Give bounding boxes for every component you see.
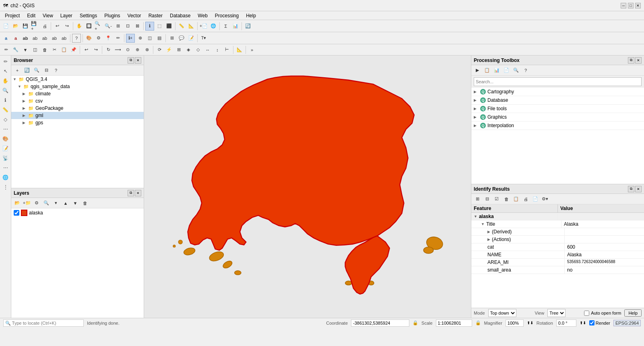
more-side-icon[interactable]: ⋯ bbox=[1, 125, 10, 134]
measure-button[interactable]: 📏 bbox=[177, 22, 186, 31]
rotation-input[interactable] bbox=[556, 319, 576, 327]
vertex-side-icon[interactable]: ◇ bbox=[1, 115, 10, 124]
proc-help-btn[interactable]: ? bbox=[521, 66, 530, 75]
toolbox-cartography[interactable]: ▶ Q Cartography bbox=[471, 88, 644, 96]
tree-item-gml[interactable]: ▶ 📁 gml bbox=[11, 112, 144, 119]
open-project-button[interactable]: 📂 bbox=[11, 22, 20, 31]
derived-expand-arrow[interactable]: ▶ bbox=[487, 230, 490, 234]
magnifier-spinner[interactable]: ⬆⬇ bbox=[527, 321, 533, 325]
select-feature-button[interactable]: ⬚ bbox=[155, 22, 164, 31]
fill-ring-btn[interactable]: ⊗ bbox=[142, 45, 151, 54]
proc-options-btn[interactable]: 📄 bbox=[502, 66, 511, 75]
browser-close-btn[interactable]: ✕ bbox=[135, 57, 141, 64]
redo-edit-btn[interactable]: ↪ bbox=[91, 45, 100, 54]
proc-results-btn[interactable]: 📊 bbox=[492, 66, 501, 75]
menu-view[interactable]: View bbox=[39, 12, 56, 19]
layer-move-down-btn[interactable]: ▼ bbox=[71, 199, 80, 208]
menu-raster[interactable]: Raster bbox=[145, 12, 166, 19]
mode-select[interactable]: Top down bbox=[488, 309, 516, 317]
actions-expand-arrow[interactable]: ▶ bbox=[487, 237, 490, 241]
menu-vector[interactable]: Vector bbox=[124, 12, 144, 19]
identify-settings-btn[interactable]: ⚙▾ bbox=[541, 195, 549, 204]
merge-btn[interactable]: ⊞ bbox=[174, 45, 183, 54]
snapping-btn[interactable]: 🔧 bbox=[11, 45, 20, 54]
ruler-btn[interactable]: 📐 bbox=[235, 45, 244, 54]
field-calc-button[interactable]: Σ bbox=[221, 22, 230, 31]
browser-float-btn[interactable]: ⧉ bbox=[128, 57, 134, 64]
browser-collapse-btn[interactable]: ⊟ bbox=[42, 66, 51, 75]
menu-project[interactable]: Project bbox=[2, 12, 23, 19]
node-tool-btn[interactable]: ◈ bbox=[184, 45, 193, 54]
measure-side-icon[interactable]: 📏 bbox=[1, 105, 10, 114]
maximize-button[interactable]: □ bbox=[628, 3, 634, 8]
identify-title-row[interactable]: ▼ Title Alaska bbox=[471, 220, 644, 228]
identify-collapse-btn[interactable]: ⊟ bbox=[483, 195, 491, 204]
coordinate-input[interactable] bbox=[351, 319, 409, 327]
identify-side-icon[interactable]: ℹ bbox=[1, 96, 10, 105]
title-expand-arrow[interactable]: ▼ bbox=[481, 222, 485, 226]
menu-web[interactable]: Web bbox=[194, 12, 211, 19]
label-btn2[interactable]: a bbox=[11, 34, 20, 43]
browser-add-btn[interactable]: + bbox=[13, 66, 22, 75]
processing-btn[interactable]: ⚙ bbox=[94, 34, 103, 43]
identify-print-btn[interactable]: 🖨 bbox=[521, 195, 530, 204]
layer-open-btn[interactable]: 📂 bbox=[13, 199, 22, 208]
zoom-layer-button[interactable]: ⊡ bbox=[123, 22, 132, 31]
pan-map-button[interactable]: 🔲 bbox=[85, 22, 93, 31]
identify-form-btn[interactable]: 📄 bbox=[531, 195, 540, 204]
select-loc-btn[interactable]: ◫ bbox=[145, 34, 154, 43]
zoom-out-button[interactable]: 🔍- bbox=[104, 22, 113, 31]
more-tools-btn[interactable]: » bbox=[248, 45, 256, 54]
more3-side-icon[interactable]: ⋮ bbox=[1, 183, 10, 192]
proc-search-btn[interactable]: 🔍 bbox=[512, 66, 520, 75]
menu-edit[interactable]: Edit bbox=[24, 12, 39, 19]
reshape-btn[interactable]: ⟳ bbox=[155, 45, 164, 54]
layer-move-up-btn[interactable]: ▲ bbox=[61, 199, 70, 208]
pan-button[interactable]: ✋ bbox=[75, 22, 84, 31]
undo-edit-btn[interactable]: ↩ bbox=[82, 45, 91, 54]
split-btn[interactable]: ⚡ bbox=[165, 45, 173, 54]
zoom-in-button[interactable]: 🔍+ bbox=[94, 22, 103, 31]
vertex-tool-btn[interactable]: ◇ bbox=[194, 45, 202, 54]
add-wms-button[interactable]: 🌐 bbox=[209, 22, 218, 31]
tree-item-climate[interactable]: ▶ 📁 climate bbox=[11, 90, 144, 97]
add-ring-btn[interactable]: ⊙ bbox=[123, 45, 132, 54]
identify-clear-btn[interactable]: 🗑 bbox=[502, 195, 511, 204]
map-tips-btn[interactable]: 💬 bbox=[177, 34, 186, 43]
globe-side-icon[interactable]: 🌐 bbox=[1, 173, 10, 182]
identify-float-btn[interactable]: ⧉ bbox=[628, 186, 634, 192]
scale-input[interactable] bbox=[436, 319, 472, 327]
tree-item-csv[interactable]: ▶ 📁 csv bbox=[11, 97, 144, 105]
filter-btn[interactable]: ▤ bbox=[155, 34, 164, 43]
save-project-button[interactable]: 💾 bbox=[21, 22, 30, 31]
gps-side-icon[interactable]: 📡 bbox=[1, 154, 10, 163]
label-btn7[interactable]: ab bbox=[60, 34, 68, 43]
new-project-button[interactable]: 📄 bbox=[2, 22, 10, 31]
add-part-btn[interactable]: ⊕ bbox=[133, 45, 142, 54]
add-layer-button[interactable]: +📄 bbox=[199, 22, 208, 31]
digitize-side-icon[interactable]: ✏ bbox=[1, 57, 10, 66]
tree-item-sampledata[interactable]: ▼ 📁 qgis_sample_data bbox=[11, 83, 144, 90]
digitize-btn[interactable]: ✏ bbox=[114, 34, 122, 43]
label-btn1[interactable]: a bbox=[2, 34, 10, 43]
magnifier-input[interactable] bbox=[506, 319, 524, 327]
annotation-btn[interactable]: 📝 bbox=[187, 34, 196, 43]
layer-filter-btn[interactable]: 🔍 bbox=[42, 199, 51, 208]
view-select[interactable]: Tree bbox=[547, 309, 566, 317]
toolbox-search-input[interactable] bbox=[474, 77, 642, 86]
layer-remove-btn[interactable]: 🗑 bbox=[80, 199, 89, 208]
tree-item-geopackage[interactable]: ▶ 📁 GeoPackage bbox=[11, 105, 144, 112]
layer-item-alaska[interactable]: alaska bbox=[11, 208, 144, 217]
zoom-full-button[interactable]: ⊞ bbox=[114, 22, 122, 31]
menu-processing[interactable]: Processing bbox=[212, 12, 242, 19]
trim-extend-btn[interactable]: ⊢ bbox=[223, 45, 231, 54]
identify-actions-row[interactable]: ▶ (Actions) bbox=[471, 236, 644, 243]
label-btn5[interactable]: ab bbox=[40, 34, 49, 43]
alaska-expand-arrow[interactable]: ▼ bbox=[474, 214, 477, 218]
snap-config-btn[interactable]: ▼ bbox=[21, 45, 30, 54]
layers-float-btn[interactable]: ⧉ bbox=[128, 190, 134, 196]
menu-database[interactable]: Database bbox=[167, 12, 194, 19]
undo-button[interactable]: ↩ bbox=[53, 22, 62, 31]
paste-features-btn[interactable]: 📌 bbox=[69, 45, 78, 54]
zoom-side-icon[interactable]: 🔍 bbox=[1, 86, 10, 95]
